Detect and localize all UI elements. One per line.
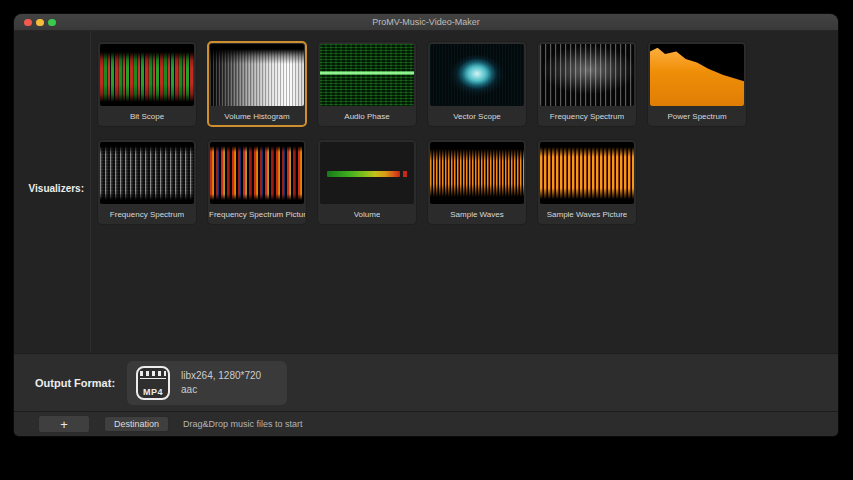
visualizer-card-volume-histogram[interactable]: Volume Histogram <box>207 41 307 127</box>
visualizer-row-2: Frequency Spectrum Frequency Spectrum Pi… <box>97 139 747 225</box>
visualizers-section-label: Visualizers: <box>14 183 84 194</box>
output-format-label: Output Format: <box>35 377 115 389</box>
visualizer-grid: Bit Scope Volume Histogram Audio Phase V… <box>97 41 747 237</box>
output-format-details: libx264, 1280*720 aac <box>181 370 261 396</box>
zoom-button[interactable] <box>48 19 56 27</box>
visualizer-card-frequency-spectrum[interactable]: Frequency Spectrum <box>537 41 637 127</box>
frequency-spectrum-picture-thumbnail <box>210 142 304 204</box>
visualizer-card-volume[interactable]: Volume <box>317 139 417 225</box>
visualizer-label: Frequency Spectrum Picture <box>209 210 305 219</box>
visualizer-card-bit-scope[interactable]: Bit Scope <box>97 41 197 127</box>
power-spectrum-thumbnail <box>650 44 744 106</box>
visualizer-label: Sample Waves <box>450 210 504 219</box>
frequency-spectrum-2-thumbnail <box>100 142 194 204</box>
drag-drop-hint: Drag&Drop music files to start <box>183 419 303 429</box>
bottom-toolbar: + Destination Drag&Drop music files to s… <box>14 411 838 436</box>
panel-divider <box>90 31 91 353</box>
visualizer-card-frequency-spectrum-2[interactable]: Frequency Spectrum <box>97 139 197 225</box>
visualizer-label: Vector Scope <box>453 112 501 121</box>
visualizer-card-sample-waves[interactable]: Sample Waves <box>427 139 527 225</box>
close-button[interactable] <box>24 19 32 27</box>
visualizer-label: Sample Waves Picture <box>547 210 628 219</box>
visualizer-card-sample-waves-picture[interactable]: Sample Waves Picture <box>537 139 637 225</box>
sample-waves-thumbnail <box>430 142 524 204</box>
volume-thumbnail <box>320 142 414 204</box>
visualizer-card-frequency-spectrum-picture[interactable]: Frequency Spectrum Picture <box>207 139 307 225</box>
visualizer-card-vector-scope[interactable]: Vector Scope <box>427 41 527 127</box>
destination-button[interactable]: Destination <box>104 416 169 432</box>
destination-button-label: Destination <box>114 419 159 429</box>
audio-phase-thumbnail <box>320 44 414 106</box>
title-bar[interactable]: ProMV-Music-Video-Maker <box>14 14 838 31</box>
mp4-icon: MP4 <box>136 366 170 400</box>
add-music-button[interactable]: + <box>38 415 90 433</box>
bit-scope-thumbnail <box>100 44 194 106</box>
mp4-icon-label: MP4 <box>140 387 166 397</box>
volume-histogram-thumbnail <box>210 44 304 106</box>
audio-format-value: aac <box>181 384 261 396</box>
sample-waves-picture-thumbnail <box>540 142 634 204</box>
volume-bar <box>327 171 400 177</box>
visualizer-card-power-spectrum[interactable]: Power Spectrum <box>647 41 747 127</box>
frequency-spectrum-thumbnail <box>540 44 634 106</box>
app-window: ProMV-Music-Video-Maker Visualizers: Bit… <box>14 14 838 436</box>
plus-icon: + <box>60 418 68 431</box>
power-spectrum-area <box>650 44 744 106</box>
vector-scope-thumbnail <box>430 44 524 106</box>
visualizer-label: Bit Scope <box>130 112 164 121</box>
volume-bar-tip <box>403 171 408 177</box>
output-format-selector[interactable]: MP4 libx264, 1280*720 aac <box>127 361 287 405</box>
visualizers-panel: Visualizers: Bit Scope Volume Histogram … <box>14 31 838 353</box>
visualizer-label: Volume Histogram <box>224 112 289 121</box>
traffic-lights <box>24 19 56 27</box>
visualizer-label: Audio Phase <box>344 112 389 121</box>
visualizer-label: Volume <box>354 210 381 219</box>
visualizer-label: Frequency Spectrum <box>550 112 624 121</box>
desktop-background: ProMV-Music-Video-Maker Visualizers: Bit… <box>0 0 853 480</box>
output-format-section: Output Format: MP4 libx264, 1280*720 aac <box>14 353 838 411</box>
window-title: ProMV-Music-Video-Maker <box>14 14 838 30</box>
visualizer-label: Frequency Spectrum <box>110 210 184 219</box>
visualizer-card-audio-phase[interactable]: Audio Phase <box>317 41 417 127</box>
minimize-button[interactable] <box>36 19 44 27</box>
film-strip-icon <box>140 370 166 379</box>
visualizer-label: Power Spectrum <box>667 112 726 121</box>
video-format-value: libx264, 1280*720 <box>181 370 261 382</box>
visualizer-row-1: Bit Scope Volume Histogram Audio Phase V… <box>97 41 747 127</box>
